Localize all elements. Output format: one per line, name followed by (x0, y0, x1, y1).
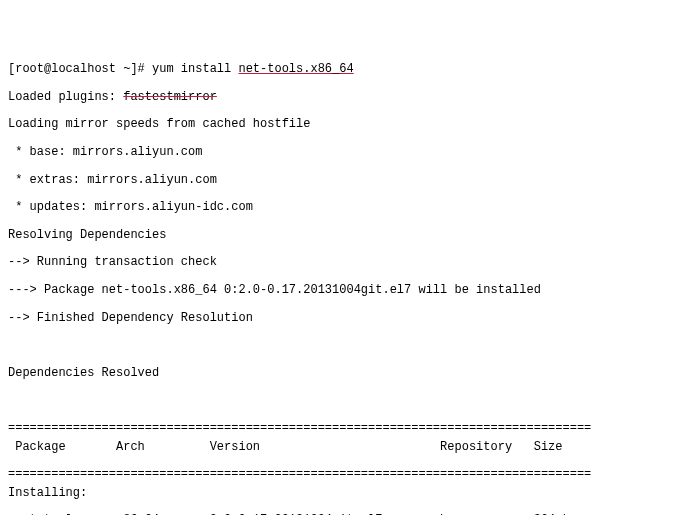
pkg-install-line: ---> Package net-tools.x86_64 0:2.0-0.17… (8, 284, 673, 298)
loading-mirrors: Loading mirror speeds from cached hostfi… (8, 118, 673, 132)
prompt-line: [root@localhost ~]# yum install net-tool… (8, 63, 673, 77)
finished-dep: --> Finished Dependency Resolution (8, 312, 673, 326)
trans-check: --> Running transaction check (8, 256, 673, 270)
plugins-prefix: Loaded plugins: (8, 90, 123, 104)
deps-resolved: Dependencies Resolved (8, 367, 673, 381)
plugins-fastestmirror: fastestmirror (123, 90, 217, 104)
command-text-prefix: yum install (152, 62, 238, 76)
installing-header: Installing: (8, 487, 673, 501)
mirror-extras: * extras: mirrors.aliyun.com (8, 174, 673, 188)
table-header: Package Arch Version Repository Size (8, 441, 673, 455)
hr-double: ========================================… (8, 422, 658, 436)
hr-double: ========================================… (8, 468, 658, 482)
plugins-line: Loaded plugins: fastestmirror (8, 91, 673, 105)
mirror-base: * base: mirrors.aliyun.com (8, 146, 673, 160)
shell-prompt: [root@localhost ~]# (8, 62, 152, 76)
blank-line (8, 339, 673, 353)
mirror-updates: * updates: mirrors.aliyun-idc.com (8, 201, 673, 215)
blank-line (8, 394, 673, 408)
command-package: net-tools.x86_64 (238, 62, 353, 76)
resolving-deps: Resolving Dependencies (8, 229, 673, 243)
